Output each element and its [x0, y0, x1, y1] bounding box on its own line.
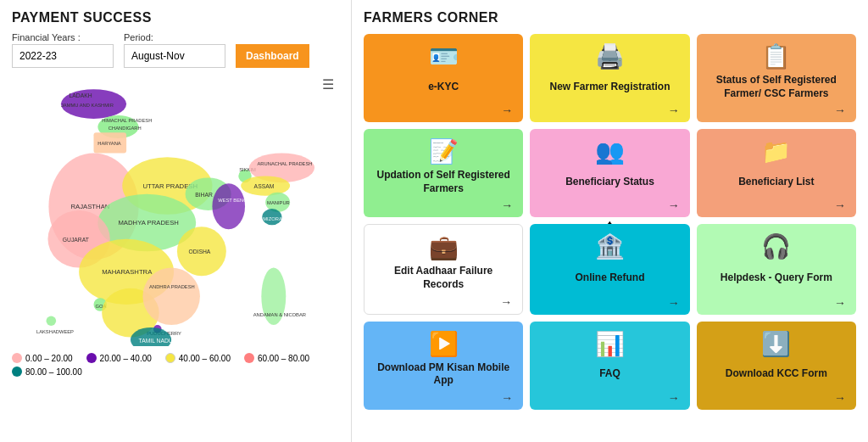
edit-aadhaar-label: Edit Aadhaar Failure Records — [375, 265, 512, 291]
legend-dot-1 — [12, 353, 22, 363]
svg-text:ASSAM: ASSAM — [254, 183, 275, 189]
card-status-self[interactable]: 📋 Status of Self Registered Farmer/ CSC … — [697, 34, 856, 122]
farmers-corner-title: FARMERS CORNER — [364, 10, 856, 25]
filter-row: Financial Years : Period: Dashboard — [12, 32, 339, 68]
svg-text:LAKSHADWEEP: LAKSHADWEEP — [36, 329, 74, 334]
payment-success-title: PAYMENT SUCCESS — [12, 10, 339, 25]
legend-item-3: 40.00 – 60.00 — [165, 353, 231, 363]
edit-aadhaar-arrow: → — [500, 295, 512, 309]
status-self-arrow: → — [834, 104, 846, 117]
card-faq[interactable]: 📊 FAQ → — [530, 322, 689, 410]
legend-dot-3 — [165, 353, 175, 363]
beneficiary-list-icon: 📁 — [761, 137, 791, 165]
legend-label-2: 20.00 – 40.00 — [100, 354, 152, 363]
financial-years-label: Financial Years : — [12, 32, 114, 42]
legend-item-5: 80.00 – 100.00 — [12, 366, 82, 377]
svg-text:WEST BENGAL: WEST BENGAL — [218, 198, 253, 203]
period-input[interactable] — [124, 44, 225, 68]
legend-label-1: 0.00 – 20.00 — [25, 354, 73, 363]
india-map: LADAKH JAMMU AND KASHMIR HIMACHAL PRADES… — [12, 75, 339, 346]
beneficiary-list-arrow: → — [834, 199, 846, 212]
map-menu-icon[interactable]: ☰ — [322, 76, 334, 92]
svg-text:HIMACHAL PRADESH: HIMACHAL PRADESH — [102, 118, 152, 123]
svg-point-35 — [142, 268, 200, 326]
online-refund-icon: 🏦 — [595, 232, 625, 260]
card-download-kcc[interactable]: ⬇️ Download KCC Form → — [697, 322, 856, 410]
legend-dot-2 — [86, 353, 97, 363]
svg-text:LADAKH: LADAKH — [70, 92, 92, 98]
card-ekyc[interactable]: 🪪 e-KYC → — [364, 34, 523, 122]
beneficiary-status-arrow: → — [668, 199, 680, 212]
financial-years-group: Financial Years : — [12, 32, 114, 68]
online-refund-label: Online Refund — [575, 271, 644, 285]
svg-text:TAMIL NADU: TAMIL NADU — [139, 338, 173, 344]
status-self-label: Status of Self Registered Farmer/ CSC Fa… — [707, 74, 846, 100]
svg-text:MAHARASHTRA: MAHARASHTRA — [102, 268, 153, 276]
card-online-refund[interactable]: 🏦 Online Refund → — [530, 224, 689, 314]
online-refund-arrow: → — [668, 296, 680, 310]
beneficiary-list-label: Beneficiary List — [738, 176, 814, 189]
beneficiary-status-icon: 👥 — [595, 137, 625, 165]
new-farmer-label: New Farmer Registration — [549, 81, 670, 94]
legend-dot-4 — [244, 353, 254, 363]
updation-icon: 📝 — [429, 137, 459, 165]
ekyc-label: e-KYC — [428, 81, 459, 94]
faq-arrow: → — [668, 391, 680, 405]
svg-point-24 — [212, 183, 245, 229]
card-edit-aadhaar[interactable]: 💼 Edit Aadhaar Failure Records → — [364, 224, 523, 314]
card-updation[interactable]: 📝 Updation of Self Registered Farmers → — [364, 129, 523, 217]
card-helpdesk[interactable]: 🎧 Helpdesk - Query Form → — [697, 224, 856, 314]
legend-item-4: 60.00 – 80.00 — [244, 353, 309, 363]
legend-label-5: 80.00 – 100.00 — [25, 367, 82, 377]
download-kcc-label: Download KCC Form — [726, 367, 827, 381]
faq-label: FAQ — [599, 367, 620, 381]
svg-text:ODISHA: ODISHA — [188, 249, 210, 255]
right-panel: FARMERS CORNER 🪪 e-KYC → 🖨️ New Farmer R… — [352, 0, 868, 442]
svg-point-45 — [47, 316, 57, 326]
svg-text:ANDAMAN & NICOBAR: ANDAMAN & NICOBAR — [253, 312, 306, 317]
svg-text:JAMMU AND KASHMIR: JAMMU AND KASHMIR — [61, 103, 114, 108]
legend-label-4: 60.00 – 80.00 — [258, 354, 309, 363]
period-group: Period: — [124, 32, 225, 68]
svg-text:MANIPUR: MANIPUR — [267, 200, 290, 205]
ekyc-arrow: → — [501, 104, 513, 117]
updation-arrow: → — [501, 199, 513, 212]
svg-text:BIHAR: BIHAR — [195, 192, 213, 198]
financial-years-input[interactable] — [12, 44, 114, 68]
period-label: Period: — [124, 32, 225, 42]
svg-text:ARUNACHAL PRADESH: ARUNACHAL PRADESH — [258, 161, 313, 166]
svg-text:MADHYA PRADESH: MADHYA PRADESH — [118, 219, 179, 227]
map-container: ☰ LADAKH JAMMU AND KASHMIR HIMACHAL PRAD… — [12, 75, 339, 432]
new-farmer-arrow: → — [668, 104, 680, 117]
left-panel: PAYMENT SUCCESS Financial Years : Period… — [0, 0, 352, 442]
download-kcc-icon: ⬇️ — [761, 330, 791, 358]
card-beneficiary-list[interactable]: 📁 Beneficiary List → — [697, 129, 856, 217]
helpdesk-arrow: → — [834, 296, 846, 310]
edit-aadhaar-icon: 💼 — [429, 233, 459, 261]
card-download-pm[interactable]: ▶️ Download PM Kisan Mobile App → — [364, 322, 523, 410]
svg-text:MIZORAM: MIZORAM — [263, 216, 286, 221]
download-pm-label: Download PM Kisan Mobile App — [374, 361, 513, 388]
svg-text:GUJARAT: GUJARAT — [63, 237, 89, 243]
map-legend: 0.00 – 20.00 20.00 – 40.00 40.00 – 60.00… — [12, 353, 339, 377]
legend-item-1: 0.00 – 20.00 — [12, 353, 73, 363]
legend-item-2: 20.00 – 40.00 — [86, 353, 152, 363]
ekyc-icon: 🪪 — [429, 42, 459, 70]
legend-label-3: 40.00 – 60.00 — [179, 354, 231, 363]
download-kcc-arrow: → — [834, 391, 846, 405]
new-farmer-icon: 🖨️ — [595, 42, 625, 70]
dashboard-button[interactable]: Dashboard — [236, 44, 309, 68]
faq-icon: 📊 — [595, 330, 625, 358]
svg-text:CHANDIGARH: CHANDIGARH — [108, 126, 142, 131]
legend-dot-5 — [12, 366, 22, 377]
updation-label: Updation of Self Registered Farmers — [374, 169, 513, 195]
helpdesk-icon: 🎧 — [761, 232, 791, 260]
svg-text:HARYANA: HARYANA — [97, 141, 121, 146]
helpdesk-label: Helpdesk - Query Form — [721, 271, 832, 285]
svg-text:ANDHRA PRADESH: ANDHRA PRADESH — [149, 284, 195, 289]
card-beneficiary-status[interactable]: 👥 Beneficiary Status → ↑ — [530, 129, 689, 217]
download-pm-arrow: → — [501, 391, 513, 405]
cards-grid: 🪪 e-KYC → 🖨️ New Farmer Registration → 📋… — [364, 34, 856, 410]
download-pm-icon: ▶️ — [429, 330, 459, 358]
card-new-farmer[interactable]: 🖨️ New Farmer Registration → — [530, 34, 689, 122]
